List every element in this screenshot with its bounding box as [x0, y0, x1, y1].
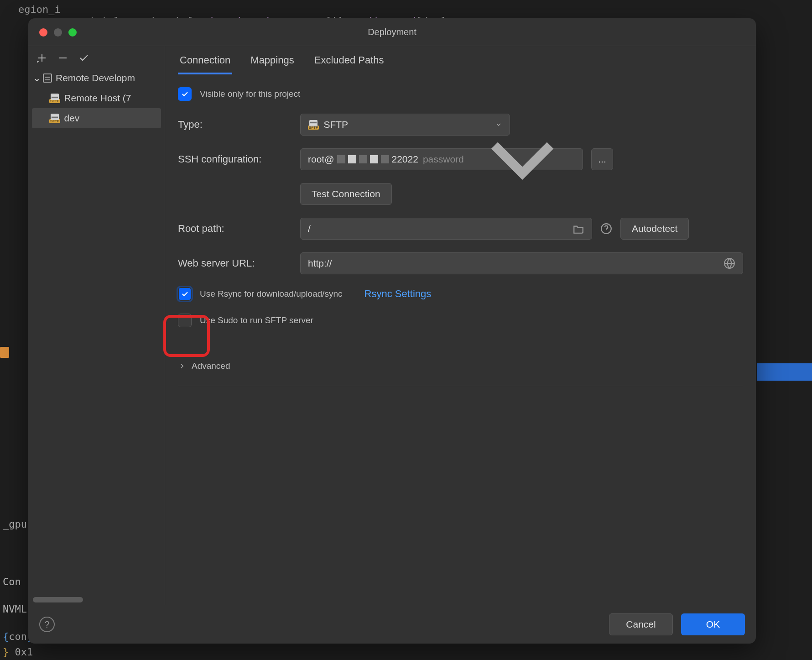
row-visible-only: Visible only for this project — [178, 87, 743, 101]
use-sudo-label: Use Sudo to run SFTP server — [200, 315, 313, 325]
rsync-settings-link[interactable]: Rsync Settings — [364, 288, 432, 300]
chevron-down-icon: ⌄ — [33, 73, 39, 84]
row-test-connection: Test Connection — [178, 183, 743, 205]
sftp-icon: SFTP — [49, 94, 60, 103]
visible-only-checkbox[interactable] — [178, 87, 192, 101]
tree-item-label: Remote Host (7 — [64, 93, 131, 104]
ssh-user: root@ — [308, 154, 334, 165]
sidebar-scrollbar[interactable] — [33, 597, 160, 602]
globe-icon[interactable] — [724, 257, 735, 269]
use-rsync-checkbox[interactable] — [178, 287, 192, 301]
tree-root[interactable]: ⌄ Remote Developm — [28, 68, 165, 88]
ssh-auth: password — [423, 154, 464, 165]
add-server-icon[interactable] — [36, 52, 47, 63]
ok-button[interactable]: OK — [681, 613, 745, 635]
help-button[interactable]: ? — [39, 617, 55, 632]
connection-form: Visible only for this project Type: SFTP… — [178, 74, 743, 386]
web-url-label: Web server URL: — [178, 257, 292, 269]
remove-server-icon[interactable] — [57, 52, 68, 63]
row-ssh-config: SSH configuration: root@ 22022 password … — [178, 148, 743, 170]
folder-icon[interactable] — [573, 223, 584, 235]
tab-connection[interactable]: Connection — [178, 54, 232, 74]
visible-only-label: Visible only for this project — [200, 89, 300, 99]
sftp-icon: SFTP — [308, 120, 319, 130]
dialog-footer: ? Cancel OK — [28, 605, 756, 644]
root-path-field[interactable]: / — [300, 218, 592, 240]
sidebar: ⌄ Remote Developm SFTP Remote Host (7 SF… — [28, 46, 165, 605]
tree-root-label: Remote Developm — [56, 73, 135, 84]
main-panel: Connection Mappings Excluded Paths Visib… — [165, 46, 756, 605]
autodetect-button[interactable]: Autodetect — [620, 218, 689, 240]
ssh-config-label: SSH configuration: — [178, 153, 292, 165]
tab-excluded-paths[interactable]: Excluded Paths — [312, 54, 386, 74]
test-connection-button[interactable]: Test Connection — [300, 183, 392, 205]
help-icon[interactable] — [600, 223, 612, 235]
sidebar-toolbar — [28, 46, 165, 68]
sftp-icon: SFTP — [49, 114, 60, 123]
tabs: Connection Mappings Excluded Paths — [178, 46, 743, 74]
root-path-label: Root path: — [178, 223, 292, 235]
row-root-path: Root path: / Autodetect — [178, 218, 743, 240]
ssh-host-blurred — [337, 155, 389, 163]
gutter-marker — [0, 347, 9, 358]
row-type: Type: SFTP SFTP — [178, 114, 743, 136]
server-tree: ⌄ Remote Developm SFTP Remote Host (7 SF… — [28, 68, 165, 597]
use-sudo-checkbox[interactable] — [178, 314, 192, 327]
close-window-button[interactable] — [39, 28, 47, 37]
ssh-config-browse-button[interactable]: ... — [591, 148, 613, 170]
ssh-config-select[interactable]: root@ 22022 password — [300, 148, 583, 170]
window-controls — [39, 28, 77, 37]
tree-item-remote-host[interactable]: SFTP Remote Host (7 — [28, 88, 165, 108]
apply-icon[interactable] — [78, 52, 89, 63]
web-url-field[interactable]: http:// — [300, 252, 743, 274]
cancel-button[interactable]: Cancel — [609, 613, 673, 635]
use-rsync-label: Use Rsync for download/upload/sync — [200, 289, 343, 299]
ellipsis-icon: ... — [598, 154, 606, 165]
minimize-window-button[interactable] — [54, 28, 62, 37]
web-url-value: http:// — [308, 258, 332, 269]
advanced-label: Advanced — [192, 361, 230, 371]
type-label: Type: — [178, 119, 292, 131]
tab-mappings[interactable]: Mappings — [249, 54, 296, 74]
deployment-dialog: Deployment ⌄ Remote Developm SFTP Remote… — [28, 18, 756, 644]
chevron-right-icon — [178, 362, 186, 370]
row-use-sudo: Use Sudo to run SFTP server — [178, 314, 743, 327]
ssh-port: 22022 — [392, 154, 418, 165]
tree-item-label: dev — [64, 113, 79, 124]
tree-item-dev[interactable]: SFTP dev — [32, 108, 161, 128]
row-advanced[interactable]: Advanced — [178, 361, 743, 371]
background-selection — [757, 363, 812, 381]
type-value: SFTP — [323, 119, 348, 130]
maximize-window-button[interactable] — [68, 28, 77, 37]
row-web-url: Web server URL: http:// — [178, 252, 743, 274]
dialog-title: Deployment — [28, 18, 756, 46]
root-path-value: / — [308, 223, 311, 234]
row-use-rsync: Use Rsync for download/upload/sync Rsync… — [178, 287, 743, 301]
server-group-icon — [43, 73, 52, 83]
scrollbar-thumb[interactable] — [33, 597, 83, 602]
